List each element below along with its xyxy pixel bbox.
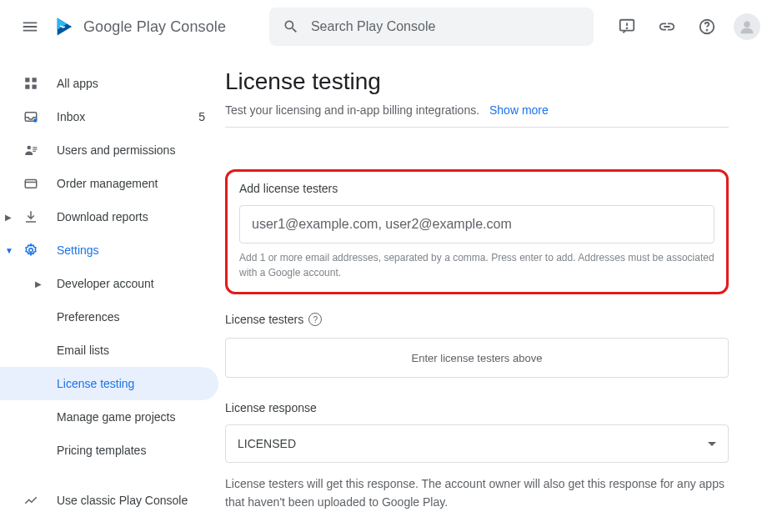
- svg-point-11: [33, 118, 38, 123]
- credit-card-icon: [23, 176, 43, 191]
- license-response-select[interactable]: LICENSED: [225, 424, 729, 463]
- apps-icon: [23, 76, 43, 91]
- search-icon: [283, 18, 299, 36]
- sidebar-sub-label: Preferences: [57, 310, 119, 324]
- svg-rect-16: [25, 180, 37, 188]
- sidebar-sub-pricing-templates[interactable]: Pricing templates: [0, 434, 225, 467]
- sidebar-sub-game-projects[interactable]: Manage game projects: [0, 400, 225, 434]
- svg-rect-7: [33, 78, 37, 82]
- license-response-value: LICENSED: [238, 437, 296, 450]
- add-testers-label: Add license testers: [239, 182, 714, 195]
- sidebar-item-label: Download reports: [57, 210, 212, 223]
- menu-button[interactable]: [13, 10, 47, 43]
- svg-rect-13: [33, 147, 37, 148]
- logo[interactable]: Google Play Console: [53, 15, 226, 38]
- inbox-icon: [23, 109, 43, 124]
- chevron-down-icon: ▼: [5, 246, 13, 255]
- svg-point-18: [29, 248, 33, 253]
- sidebar-item-label: Users and permissions: [57, 143, 212, 157]
- add-testers-input[interactable]: [239, 205, 714, 243]
- sidebar-sub-label: Pricing templates: [57, 444, 146, 457]
- main-content: License testing Test your licensing and …: [225, 53, 742, 517]
- help-circle-icon[interactable]: ?: [308, 313, 322, 326]
- sidebar-item-all-apps[interactable]: All apps: [0, 67, 225, 100]
- chevron-down-icon: [708, 442, 716, 446]
- svg-rect-14: [33, 149, 37, 150]
- add-testers-section: Add license testers Add 1 or more email …: [225, 169, 729, 294]
- svg-point-5: [744, 22, 749, 28]
- svg-point-12: [28, 146, 32, 150]
- top-bar: Google Play Console: [0, 0, 777, 53]
- add-testers-help: Add 1 or more email addresses, separated…: [239, 250, 714, 280]
- sidebar-item-orders[interactable]: Order management: [0, 167, 225, 200]
- sidebar-sub-license-testing[interactable]: License testing: [0, 367, 218, 400]
- sidebar-sub-label: Developer account: [57, 277, 154, 290]
- page-title: License testing: [225, 68, 729, 95]
- sidebar-sub-developer-account[interactable]: ▶ Developer account: [0, 267, 225, 300]
- svg-rect-15: [33, 151, 36, 152]
- link-icon: [658, 18, 676, 36]
- license-testers-label: License testers ?: [225, 313, 729, 326]
- sidebar-sub-label: Email lists: [57, 344, 109, 357]
- help-button[interactable]: [690, 10, 724, 43]
- inbox-badge: 5: [198, 110, 205, 123]
- license-response-help: License testers will get this response. …: [225, 474, 729, 512]
- sidebar-sub-email-lists[interactable]: Email lists: [0, 334, 225, 367]
- sidebar-item-label: Use classic Play Console: [57, 494, 212, 507]
- divider: [225, 127, 729, 128]
- logo-text: Google Play Console: [83, 18, 226, 36]
- sidebar-item-inbox[interactable]: Inbox 5: [0, 100, 225, 133]
- play-console-logo-icon: [53, 15, 77, 38]
- sidebar-item-label: Settings: [57, 243, 212, 257]
- announcement-button[interactable]: [610, 10, 644, 43]
- avatar-icon: [734, 13, 760, 40]
- gear-icon: [23, 243, 43, 258]
- link-button[interactable]: [650, 10, 684, 43]
- sidebar-item-settings[interactable]: ▼ Settings: [0, 233, 225, 267]
- analytics-icon: [23, 493, 43, 508]
- svg-rect-8: [25, 85, 29, 89]
- svg-point-4: [707, 30, 708, 31]
- sidebar-item-label: Inbox: [57, 110, 198, 123]
- sidebar-item-classic[interactable]: Use classic Play Console: [0, 484, 225, 517]
- svg-point-2: [627, 28, 628, 28]
- sidebar-sub-preferences[interactable]: Preferences: [0, 300, 225, 334]
- sidebar: All apps Inbox 5 Users and permissions O…: [0, 53, 225, 517]
- sidebar-item-downloads[interactable]: ▶ Download reports: [0, 200, 225, 233]
- users-icon: [23, 143, 43, 158]
- sidebar-item-users[interactable]: Users and permissions: [0, 133, 225, 167]
- chevron-right-icon: ▶: [35, 279, 42, 289]
- account-button[interactable]: [730, 10, 764, 43]
- sidebar-item-label: Order management: [57, 177, 212, 190]
- download-icon: [23, 209, 43, 224]
- sidebar-item-label: All apps: [57, 77, 212, 90]
- search-bar[interactable]: [269, 8, 594, 46]
- license-testers-empty: Enter license testers above: [225, 338, 729, 378]
- help-icon: [698, 18, 716, 36]
- svg-rect-9: [33, 85, 37, 89]
- show-more-link[interactable]: Show more: [489, 103, 549, 117]
- sidebar-sub-label: License testing: [57, 377, 134, 390]
- svg-rect-6: [25, 78, 29, 82]
- search-input[interactable]: [311, 19, 580, 34]
- page-description: Test your licensing and in-app billing i…: [225, 103, 729, 117]
- license-response-label: License response: [225, 401, 729, 414]
- top-actions: [610, 10, 764, 43]
- announcement-icon: [618, 18, 636, 36]
- chevron-right-icon: ▶: [5, 213, 12, 222]
- hamburger-icon: [21, 18, 39, 36]
- sidebar-sub-label: Manage game projects: [57, 410, 175, 424]
